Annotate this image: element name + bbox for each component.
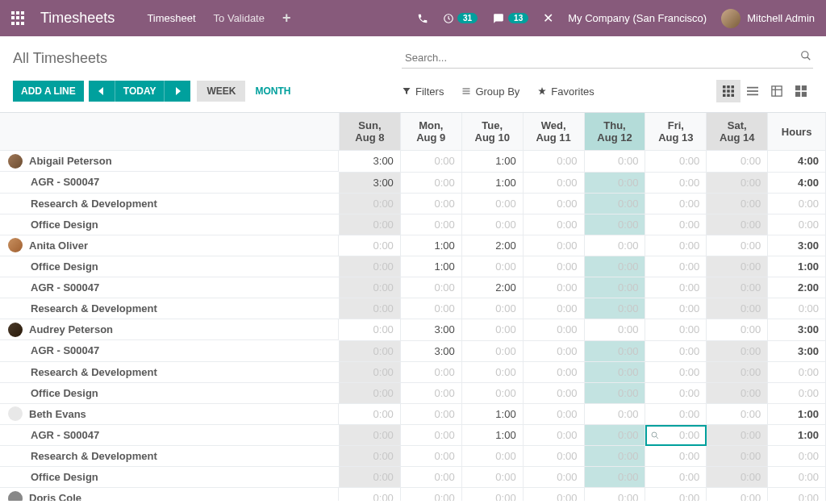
time-cell[interactable]: 1:00: [461, 151, 523, 173]
time-cell[interactable]: 0:00: [339, 214, 400, 235]
time-cell[interactable]: 0:00: [339, 446, 400, 467]
add-line-button[interactable]: ADD A LINE: [13, 81, 84, 102]
time-cell[interactable]: 0:00: [707, 446, 768, 467]
timesheet-grid[interactable]: Sun,Aug 8 Mon,Aug 9 Tue,Aug 10 Wed,Aug 1…: [0, 112, 826, 501]
time-cell[interactable]: 0:00: [584, 193, 645, 214]
time-cell[interactable]: 0:00: [645, 488, 707, 502]
view-pivot-button[interactable]: [765, 80, 789, 102]
time-cell[interactable]: 0:00: [523, 361, 584, 382]
time-cell[interactable]: 0:00: [584, 172, 645, 193]
user-menu[interactable]: Mitchell Admin: [721, 9, 815, 28]
time-cell[interactable]: 0:00: [523, 256, 584, 277]
phone-icon[interactable]: [417, 13, 428, 24]
time-cell[interactable]: 0:00: [584, 488, 645, 502]
time-cell[interactable]: 0:00: [645, 214, 707, 235]
time-cell[interactable]: 0:00: [645, 382, 707, 403]
time-cell[interactable]: 0:00: [339, 256, 400, 277]
time-cell[interactable]: 0:00: [339, 193, 400, 214]
time-cell[interactable]: 0:00: [645, 319, 707, 341]
time-cell[interactable]: 0:00: [645, 172, 707, 193]
search-input[interactable]: [402, 48, 813, 69]
time-cell[interactable]: 0:00: [339, 361, 400, 382]
time-cell[interactable]: 0:00: [400, 446, 461, 467]
time-cell[interactable]: 0:00: [523, 319, 584, 341]
group-row-name[interactable]: Anita Oliver: [0, 235, 339, 256]
company-selector[interactable]: My Company (San Francisco): [568, 12, 707, 24]
time-cell[interactable]: 0:00: [707, 361, 768, 382]
time-cell[interactable]: 0:00: [645, 425, 707, 446]
group-row-name[interactable]: Doris Cole: [0, 488, 339, 501]
filters-button[interactable]: Filters: [402, 80, 444, 102]
time-cell[interactable]: 0:00: [461, 340, 523, 361]
time-cell[interactable]: 0:00: [400, 382, 461, 403]
group-row-name[interactable]: Beth Evans: [0, 404, 339, 425]
time-cell[interactable]: 0:00: [707, 172, 768, 193]
favorites-button[interactable]: Favorites: [537, 80, 594, 102]
time-cell[interactable]: 0:00: [339, 340, 400, 361]
range-month-button[interactable]: MONTH: [245, 81, 300, 102]
close-icon[interactable]: ✕: [543, 10, 553, 26]
apps-icon[interactable]: [11, 11, 26, 26]
time-cell[interactable]: 0:00: [400, 425, 461, 446]
time-cell[interactable]: 0:00: [400, 361, 461, 382]
time-cell[interactable]: 0:00: [584, 214, 645, 235]
time-cell[interactable]: 0:00: [645, 340, 707, 361]
time-cell[interactable]: 0:00: [523, 446, 584, 467]
time-cell[interactable]: 0:00: [707, 382, 768, 403]
nav-timesheet[interactable]: Timesheet: [147, 12, 195, 24]
time-cell[interactable]: 0:00: [339, 382, 400, 403]
time-cell[interactable]: 3:00: [339, 172, 400, 193]
time-cell[interactable]: 1:00: [461, 425, 523, 446]
time-cell[interactable]: 0:00: [707, 235, 768, 256]
time-cell[interactable]: 0:00: [645, 467, 707, 488]
time-cell[interactable]: 0:00: [461, 361, 523, 382]
time-cell[interactable]: 0:00: [707, 425, 768, 446]
view-grid-button[interactable]: [716, 80, 740, 102]
time-cell[interactable]: 0:00: [339, 425, 400, 446]
time-cell[interactable]: 0:00: [339, 298, 400, 319]
time-cell[interactable]: 0:00: [461, 256, 523, 277]
time-cell[interactable]: 0:00: [707, 340, 768, 361]
time-cell[interactable]: 0:00: [707, 151, 768, 173]
time-cell[interactable]: 3:00: [339, 151, 400, 173]
time-cell[interactable]: 0:00: [400, 488, 461, 502]
time-cell[interactable]: 0:00: [461, 382, 523, 403]
time-cell[interactable]: 0:00: [523, 277, 584, 298]
time-cell[interactable]: 0:00: [339, 403, 400, 425]
time-cell[interactable]: 0:00: [584, 319, 645, 341]
time-cell[interactable]: 1:00: [400, 235, 461, 256]
time-cell[interactable]: 0:00: [523, 403, 584, 425]
time-cell[interactable]: 0:00: [523, 382, 584, 403]
time-cell[interactable]: 0:00: [707, 214, 768, 235]
time-cell[interactable]: 0:00: [707, 256, 768, 277]
time-cell[interactable]: 0:00: [645, 403, 707, 425]
magnify-icon[interactable]: [650, 431, 660, 440]
plus-icon[interactable]: +: [282, 10, 291, 27]
time-cell[interactable]: 2:00: [461, 277, 523, 298]
time-cell[interactable]: 0:00: [523, 488, 584, 502]
chat-badge[interactable]: 13: [492, 13, 528, 24]
next-button[interactable]: [165, 81, 190, 102]
time-cell[interactable]: 0:00: [584, 361, 645, 382]
time-cell[interactable]: 0:00: [584, 425, 645, 446]
time-cell[interactable]: 0:00: [523, 172, 584, 193]
today-button[interactable]: TODAY: [115, 81, 165, 102]
time-cell[interactable]: 0:00: [584, 446, 645, 467]
time-cell[interactable]: 0:00: [584, 256, 645, 277]
time-cell[interactable]: 0:00: [584, 467, 645, 488]
time-cell[interactable]: 0:00: [523, 298, 584, 319]
time-cell[interactable]: 0:00: [707, 277, 768, 298]
time-cell[interactable]: 0:00: [461, 214, 523, 235]
time-cell[interactable]: 0:00: [339, 235, 400, 256]
group-row-name[interactable]: Audrey Peterson: [0, 319, 339, 340]
time-cell[interactable]: 0:00: [645, 256, 707, 277]
time-cell[interactable]: 0:00: [523, 193, 584, 214]
line-row-name[interactable]: Office Design: [0, 382, 339, 403]
time-cell[interactable]: 0:00: [707, 467, 768, 488]
line-row-name[interactable]: Research & Development: [0, 193, 339, 214]
time-cell[interactable]: 0:00: [461, 446, 523, 467]
time-cell[interactable]: 0:00: [645, 151, 707, 173]
time-cell[interactable]: 0:00: [461, 319, 523, 341]
time-cell[interactable]: 0:00: [400, 403, 461, 425]
time-cell[interactable]: 0:00: [645, 361, 707, 382]
